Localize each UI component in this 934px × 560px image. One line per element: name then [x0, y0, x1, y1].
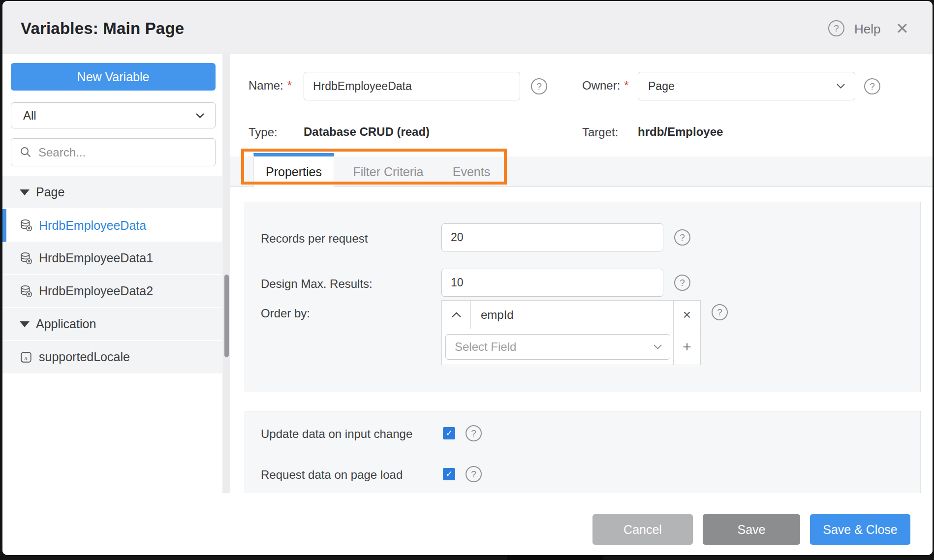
save-button[interactable]: Save	[703, 514, 800, 545]
tab-events[interactable]: Events	[442, 156, 500, 187]
variable-label: HrdbEmployeeData2	[39, 284, 153, 298]
caret-down-icon	[20, 189, 30, 195]
help-icon[interactable]: ?	[466, 466, 482, 482]
remove-icon: ×	[683, 307, 691, 323]
chevron-down-icon	[837, 84, 845, 89]
required-marker: *	[624, 79, 628, 92]
database-variable-icon	[20, 219, 32, 232]
update-on-input-change-label: Update data on input change	[261, 427, 412, 441]
sidebar-scrollbar-thumb[interactable]	[224, 275, 229, 357]
checkbox-update-on-input-change[interactable]: ✓	[443, 427, 455, 439]
model-variable-icon: x	[20, 351, 32, 364]
check-icon: ✓	[445, 469, 452, 479]
owner-select[interactable]: Page	[638, 72, 855, 100]
help-icon[interactable]: ?	[531, 78, 547, 94]
help-icon[interactable]: ?	[828, 20, 844, 36]
type-label: Type:	[249, 125, 278, 139]
new-variable-button[interactable]: New Variable	[11, 63, 216, 91]
request-on-page-load-label: Request data on page load	[261, 468, 403, 482]
sort-direction-button[interactable]	[442, 301, 471, 329]
select-field-wrap: Select Field	[442, 329, 673, 365]
chevron-down-icon	[654, 344, 662, 349]
help-icon[interactable]: ?	[674, 275, 690, 291]
database-variable-icon	[20, 285, 32, 298]
dialog-title: Variables: Main Page	[21, 19, 184, 38]
variable-label: supportedLocale	[39, 350, 130, 364]
add-field-button[interactable]: +	[673, 329, 700, 365]
search-input[interactable]	[38, 146, 201, 159]
sidebar-scrollbar-track[interactable]	[222, 54, 230, 494]
owner-select-value: Page	[648, 80, 675, 93]
caret-down-icon	[20, 321, 30, 327]
name-input[interactable]	[304, 72, 520, 100]
chevron-down-icon	[196, 113, 204, 118]
help-icon[interactable]: ?	[864, 78, 880, 94]
sidebar-group-page[interactable]: Page	[2, 176, 222, 209]
design-max-results-label: Design Max. Results:	[261, 277, 373, 291]
records-per-request-input[interactable]	[441, 223, 663, 251]
variable-filter-select[interactable]: All	[11, 102, 216, 128]
check-icon: ✓	[445, 428, 452, 438]
owner-label: Owner:*	[582, 79, 629, 93]
order-by-add-row: Select Field +	[442, 329, 700, 365]
order-by-entry-row: empId ×	[442, 301, 700, 329]
sidebar-item-hrdbemployeedata[interactable]: HrdbEmployeeData	[2, 209, 222, 242]
remove-field-button[interactable]: ×	[673, 301, 700, 329]
order-by-widget: empId × Select Field +	[441, 300, 701, 365]
order-by-label: Order by:	[261, 307, 310, 320]
sidebar-item-hrdbemployeedata1[interactable]: HrdbEmployeeData1	[2, 242, 222, 275]
database-variable-icon	[20, 252, 32, 265]
help-icon[interactable]: ?	[466, 425, 482, 441]
help-icon[interactable]: ?	[674, 229, 690, 246]
cancel-button[interactable]: Cancel	[592, 514, 693, 545]
variable-label: HrdbEmployeeData	[39, 218, 146, 233]
target-value: hrdb/Employee	[638, 125, 723, 139]
sidebar-item-supportedlocale[interactable]: x supportedLocale	[2, 341, 222, 374]
variables-tree: Page HrdbEmployeeData HrdbEmployeeData1 …	[2, 176, 222, 374]
sidebar-group-application[interactable]: Application	[2, 308, 222, 341]
search-box[interactable]	[11, 138, 216, 166]
required-marker: *	[287, 79, 292, 92]
close-icon[interactable]: ✕	[896, 19, 909, 38]
tab-filter-criteria[interactable]: Filter Criteria	[334, 156, 442, 187]
sidebar-item-hrdbemployeedata2[interactable]: HrdbEmployeeData2	[2, 275, 222, 308]
records-per-request-label: Records per request	[261, 232, 368, 246]
chevron-up-icon	[451, 312, 462, 318]
help-icon[interactable]: ?	[712, 304, 728, 320]
dialog-header: Variables: Main Page ? Help ✕	[2, 1, 933, 54]
order-by-field-value: empId	[471, 301, 673, 329]
filter-select-value: All	[23, 109, 36, 123]
tab-properties[interactable]: Properties	[253, 153, 334, 187]
select-field-dropdown[interactable]: Select Field	[445, 334, 670, 360]
name-label: Name:*	[249, 79, 292, 93]
type-value: Database CRUD (read)	[304, 125, 430, 139]
select-field-placeholder: Select Field	[455, 340, 516, 354]
group-label: Page	[36, 185, 64, 199]
variable-label: HrdbEmployeeData1	[39, 251, 153, 265]
new-variable-label: New Variable	[77, 70, 150, 84]
search-icon	[20, 146, 32, 158]
dialog-footer: Cancel Save Save & Close	[2, 493, 933, 555]
checkbox-request-on-page-load[interactable]: ✓	[443, 468, 455, 480]
add-icon: +	[683, 339, 691, 355]
group-label: Application	[36, 317, 96, 331]
help-label[interactable]: Help	[854, 22, 880, 37]
target-label: Target:	[582, 125, 618, 139]
design-max-results-input[interactable]	[441, 269, 663, 297]
variables-dialog: Variables: Main Page ? Help ✕ New Variab…	[2, 1, 933, 555]
save-and-close-button[interactable]: Save & Close	[810, 514, 910, 545]
svg-text:x: x	[24, 353, 28, 361]
